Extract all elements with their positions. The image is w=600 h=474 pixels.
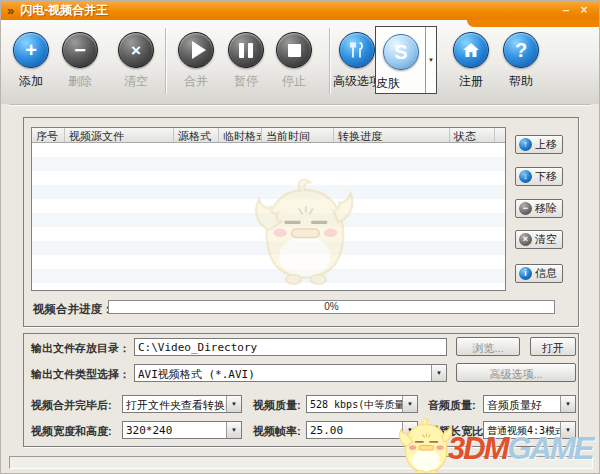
up-arrow-icon: ↑	[519, 138, 532, 151]
merge-label: 合并	[168, 73, 224, 90]
output-type-combo[interactable]: AVI视频格式 (*.AVI) ▼	[134, 364, 447, 382]
cross-icon: ×	[519, 233, 532, 246]
add-button[interactable]: + 添加	[3, 20, 59, 102]
status-bar	[9, 456, 593, 469]
register-button[interactable]: 注册	[443, 20, 499, 102]
stop-label: 停止	[266, 73, 322, 90]
stop-button: 停止	[266, 20, 322, 102]
toolbar-divider	[9, 104, 591, 106]
move-down-button[interactable]: ↓ 下移	[515, 167, 563, 186]
title-bar[interactable]: » 闪电-视频合并王 – ×	[1, 1, 599, 20]
delete-button: − 删除	[52, 20, 108, 102]
video-quality-label: 视频质量:	[253, 398, 301, 413]
clear-label: 清空	[108, 73, 164, 90]
col-status[interactable]: 状态	[450, 128, 495, 142]
after-merge-combo[interactable]: 打开文件夹查看转换的 ▼	[122, 395, 242, 413]
after-merge-label: 视频合并完毕后:	[31, 398, 112, 413]
app-icon: »	[7, 1, 14, 20]
move-up-button[interactable]: ↑ 上移	[515, 135, 563, 154]
col-time[interactable]: 当前时间	[262, 128, 334, 142]
minus-icon: −	[519, 202, 532, 215]
file-list-table[interactable]: 序号 视频源文件 源格式 临时格式 当前时间 转换进度 状态	[31, 127, 506, 291]
table-header-row: 序号 视频源文件 源格式 临时格式 当前时间 转换进度 状态	[32, 128, 505, 143]
output-type-label: 输出文件类型选择：	[31, 367, 130, 382]
skin-label: 皮肤	[376, 75, 426, 92]
advanced-settings-button[interactable]: 高级选项...	[456, 363, 576, 382]
pause-icon	[228, 32, 264, 68]
skin-button[interactable]: S 皮肤 ▼	[375, 26, 437, 94]
close-button[interactable]: ×	[575, 1, 593, 20]
minimize-button[interactable]: –	[557, 1, 575, 20]
output-dir-input[interactable]: C:\Video_Directory	[134, 338, 447, 356]
clear-list-button[interactable]: × 清空	[515, 230, 563, 249]
browse-button[interactable]: 浏览...	[456, 337, 520, 356]
question-icon: ?	[503, 32, 539, 68]
col-source[interactable]: 视频源文件	[65, 128, 174, 142]
play-icon	[178, 32, 214, 68]
merge-button: 合并	[168, 20, 224, 102]
stop-icon	[276, 32, 312, 68]
aspect-ratio-label: 视频长宽比:	[428, 424, 487, 439]
app-window: » 闪电-视频合并王 – × + 添加 − 删除 × 清空 合并 暂停 停止	[0, 0, 600, 474]
merge-progress-label: 视频合并进度：	[33, 302, 114, 317]
dropdown-arrow-icon[interactable]: ▼	[402, 396, 417, 412]
down-arrow-icon: ↓	[519, 170, 532, 183]
col-srcfmt[interactable]: 源格式	[174, 128, 219, 142]
dimensions-label: 视频宽度和高度:	[31, 424, 112, 439]
col-index[interactable]: 序号	[32, 128, 65, 142]
dimensions-combo[interactable]: 320*240 ▼	[122, 421, 242, 439]
dropdown-arrow-icon[interactable]: ▼	[431, 365, 446, 381]
framerate-combo[interactable]: 25.00 ▼	[306, 421, 418, 439]
clear-button: × 清空	[108, 20, 164, 102]
merge-progress-bar: 0%	[108, 300, 555, 314]
info-icon: i	[519, 267, 532, 280]
register-label: 注册	[443, 73, 499, 90]
col-progress[interactable]: 转换进度	[334, 128, 450, 142]
skin-s-icon: S	[383, 34, 419, 70]
skin-dropdown-arrow[interactable]: ▼	[425, 27, 436, 93]
aspect-ratio-combo[interactable]: 普通视频4:3模式 ▼	[483, 421, 576, 439]
titlebar-skin-tab	[467, 20, 599, 27]
dropdown-arrow-icon[interactable]: ▼	[226, 422, 241, 438]
minus-icon: −	[62, 32, 98, 68]
col-tmpfmt[interactable]: 临时格式	[219, 128, 262, 142]
help-button[interactable]: ? 帮助	[493, 20, 549, 102]
home-icon	[453, 32, 489, 68]
dropdown-arrow-icon[interactable]: ▼	[226, 396, 241, 412]
table-body[interactable]	[32, 143, 505, 290]
audio-quality-combo[interactable]: 音频质量好 ▼	[483, 395, 576, 413]
dropdown-arrow-icon[interactable]: ▼	[560, 396, 575, 412]
dropdown-arrow-icon[interactable]: ▼	[402, 422, 417, 438]
cross-icon: ×	[118, 32, 154, 68]
window-title: 闪电-视频合并王	[20, 2, 557, 19]
add-label: 添加	[3, 73, 59, 90]
col-filler	[495, 128, 505, 142]
help-label: 帮助	[493, 73, 549, 90]
framerate-label: 视频帧率:	[253, 424, 301, 439]
info-button[interactable]: i 信息	[515, 264, 563, 283]
toolbar-separator	[165, 28, 167, 94]
dropdown-arrow-icon[interactable]: ▼	[560, 422, 575, 438]
toolbar: + 添加 − 删除 × 清空 合并 暂停 停止 高级选项	[1, 20, 599, 104]
remove-button[interactable]: − 移除	[515, 199, 563, 218]
audio-quality-label: 音频质量:	[428, 398, 476, 413]
plus-icon: +	[13, 32, 49, 68]
open-button[interactable]: 打开	[530, 337, 576, 356]
output-dir-label: 输出文件存放目录：	[31, 341, 130, 356]
tools-icon	[339, 32, 375, 68]
delete-label: 删除	[52, 73, 108, 90]
video-quality-combo[interactable]: 528 kbps(中等质量) ▼	[306, 395, 418, 413]
